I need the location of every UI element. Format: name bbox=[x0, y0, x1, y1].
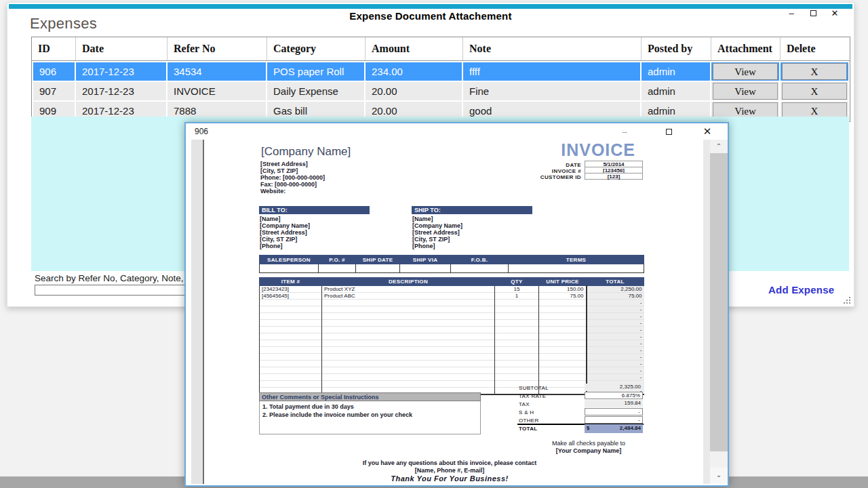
bill-to-header: BILL TO: bbox=[259, 206, 370, 214]
window-controls: – ✕ bbox=[786, 7, 840, 18]
resize-grip[interactable] bbox=[842, 296, 850, 304]
window-accent-bar bbox=[9, 4, 852, 9]
invoice-titlebar: 906 – ✕ bbox=[186, 123, 728, 140]
customer-id-label: CUSTOMER ID bbox=[429, 174, 581, 180]
table-header-row: ID Date Refer No Category Amount Note Po… bbox=[32, 37, 850, 61]
invoice-items-body: [23423423] Product XYZ 15 150.00 2,250.0… bbox=[260, 286, 644, 395]
invoice-viewer-window: 906 – ✕ ⌃ ⌄ [Company Name] [Street Addre… bbox=[184, 122, 729, 487]
expenses-table: ID Date Refer No Category Amount Note Po… bbox=[31, 37, 850, 122]
currency-symbol: $ bbox=[585, 424, 589, 432]
total-value: $ 2,484.84 bbox=[585, 424, 643, 433]
comments-box: Other Comments or Special Instructions 1… bbox=[259, 392, 481, 434]
scrollbar-thumb[interactable] bbox=[710, 153, 728, 451]
invoice-empty-row: - bbox=[260, 306, 644, 313]
maximize-icon[interactable] bbox=[808, 7, 818, 18]
invoice-document: [Company Name] [Street Address] [City, S… bbox=[205, 140, 701, 484]
close-icon[interactable]: ✕ bbox=[696, 123, 719, 140]
tax-rate-value: 6.875% bbox=[585, 392, 643, 399]
shipping-handling-label: S & H bbox=[519, 409, 534, 415]
invoice-item-row: [45645645] Product ABC 1 75.00 75.00 bbox=[260, 293, 644, 300]
invoice-number-label: INVOICE # bbox=[429, 168, 581, 174]
col-posted-by: Posted by bbox=[642, 37, 711, 61]
col-refer-no: Refer No bbox=[167, 37, 267, 61]
search-label: Search by Refer No, Category, Note, or u bbox=[35, 273, 202, 283]
window-title: Expense Document Attachement bbox=[7, 10, 854, 22]
close-icon[interactable]: ✕ bbox=[829, 7, 840, 18]
invoice-empty-row: - bbox=[260, 347, 644, 354]
invoice-heading: INVOICE bbox=[500, 140, 635, 160]
contact-footer: If you have any questions about this inv… bbox=[233, 460, 667, 483]
delete-row-button[interactable]: X bbox=[782, 63, 847, 80]
invoice-window-title: 906 bbox=[195, 127, 208, 136]
other-value: - bbox=[585, 416, 643, 424]
ship-to-address: [Name] [Company Name] [Street Address] [… bbox=[412, 216, 462, 249]
checks-payable-note: Make all checks payable to [Your Company… bbox=[490, 440, 687, 454]
invoice-item-row: [23423423] Product XYZ 15 150.00 2,250.0… bbox=[260, 286, 644, 293]
delete-row-button[interactable]: X bbox=[782, 83, 847, 100]
invoice-empty-row: - bbox=[260, 361, 644, 367]
col-delete: Delete bbox=[781, 37, 850, 61]
col-attachment: Attachment bbox=[711, 37, 781, 61]
company-address: [Street Address] [City, ST ZIP] Phone: [… bbox=[260, 161, 325, 195]
col-id: ID bbox=[32, 37, 76, 61]
date-label: DATE bbox=[429, 162, 581, 168]
vertical-scrollbar: ⌃ ⌄ bbox=[710, 140, 728, 484]
shipping-info-empty-row bbox=[260, 264, 644, 273]
right-gutter bbox=[703, 140, 710, 484]
subtotal-value: 2,325.00 bbox=[585, 384, 643, 391]
minimize-icon[interactable]: – bbox=[786, 7, 797, 18]
invoice-empty-row: - bbox=[260, 327, 644, 333]
tax-label: TAX bbox=[519, 401, 530, 407]
invoice-items-table: ITEM # DESCRIPTION QTY UNIT PRICE TOTAL … bbox=[259, 277, 644, 395]
invoice-empty-row: - bbox=[260, 320, 644, 327]
left-gutter bbox=[191, 140, 204, 484]
comments-body: 1. Total payment due in 30 days 2. Pleas… bbox=[259, 401, 481, 434]
shipping-handling-value: - bbox=[585, 408, 643, 415]
subtotal-label: SUBTOTAL bbox=[519, 385, 549, 391]
invoice-empty-row: - bbox=[260, 374, 644, 381]
customer-id-value: [123] bbox=[585, 173, 643, 180]
invoice-empty-row: - bbox=[260, 333, 644, 340]
invoice-empty-row: - bbox=[260, 313, 644, 320]
col-note: Note bbox=[463, 37, 642, 61]
shipping-info-table: SALESPERSON P.O. # SHIP DATE SHIP VIA F.… bbox=[259, 255, 644, 273]
invoice-empty-row: - bbox=[260, 340, 644, 347]
maximize-icon[interactable] bbox=[657, 123, 680, 140]
invoice-empty-row: - bbox=[260, 354, 644, 361]
other-label: OTHER bbox=[519, 418, 539, 424]
company-name: [Company Name] bbox=[261, 145, 351, 159]
add-expense-link[interactable]: Add Expense bbox=[768, 284, 834, 296]
view-attachment-button[interactable]: View bbox=[713, 83, 778, 100]
scroll-up-icon[interactable]: ⌃ bbox=[710, 140, 728, 153]
col-amount: Amount bbox=[366, 37, 463, 61]
invoice-empty-row: - bbox=[260, 300, 644, 306]
col-category: Category bbox=[267, 37, 366, 61]
page-title: Expenses bbox=[30, 15, 97, 33]
tax-rate-label: TAX RATE bbox=[519, 393, 546, 399]
comments-header: Other Comments or Special Instructions bbox=[259, 392, 481, 401]
table-row-906-selected[interactable]: 906 2017-12-23 34534 POS paper Roll 234.… bbox=[32, 61, 850, 81]
view-attachment-button[interactable]: View bbox=[713, 63, 778, 80]
minimize-icon[interactable]: – bbox=[613, 123, 636, 140]
invoice-empty-row: - bbox=[260, 367, 644, 374]
ship-to-header: SHIP TO: bbox=[412, 206, 532, 214]
total-label: TOTAL bbox=[519, 426, 537, 432]
table-row-907[interactable]: 907 2017-12-23 INVOICE Daily Expense 20.… bbox=[32, 81, 850, 100]
tax-value: 159.84 bbox=[585, 400, 643, 407]
thank-you-note: Thank You For Your Business! bbox=[233, 475, 667, 483]
scroll-down-icon[interactable]: ⌄ bbox=[710, 468, 728, 484]
bill-to-address: [Name] [Company Name] [Street Address] [… bbox=[260, 216, 310, 249]
col-date: Date bbox=[76, 37, 167, 61]
